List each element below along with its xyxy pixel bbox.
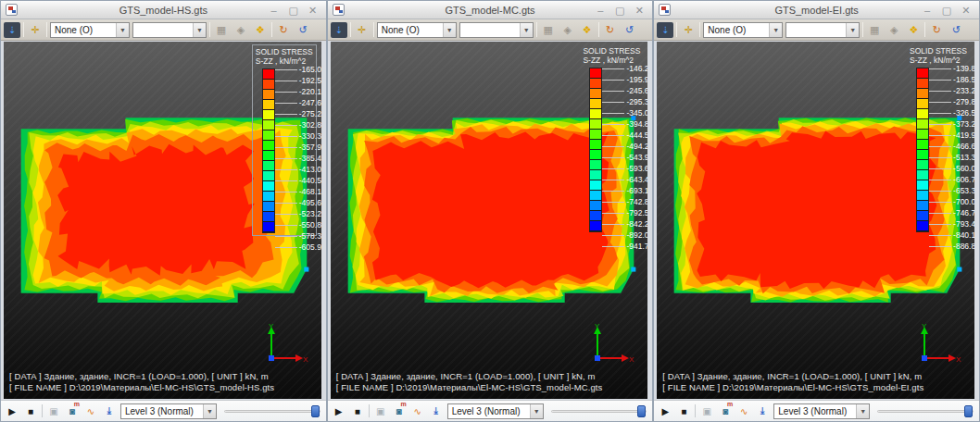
- stop-button[interactable]: ■: [23, 403, 38, 418]
- result-mode-select[interactable]: None (O) ▼: [703, 22, 783, 38]
- legend-value-label: -495.697: [299, 199, 321, 207]
- minimize-button[interactable]: –: [269, 2, 280, 19]
- legend-color-cell: [917, 191, 928, 201]
- cutting-plane-icon[interactable]: ▦: [540, 22, 557, 38]
- legend-tick: [929, 91, 951, 92]
- close-button[interactable]: ✕: [961, 2, 972, 19]
- legend-color-cell: [263, 181, 274, 192]
- animate-play-icon[interactable]: ↺: [295, 22, 311, 38]
- legend-color-cell: [590, 119, 601, 130]
- frame-slider[interactable]: [877, 404, 974, 418]
- cutting-plane-icon[interactable]: ▦: [866, 22, 883, 38]
- animate-play-icon[interactable]: ↺: [622, 22, 638, 38]
- contour-viewport[interactable]: SOLID STRESS S-ZZ , kN/m^2 -165.024-192.…: [4, 42, 321, 399]
- export-result-icon[interactable]: ⤓: [755, 403, 770, 418]
- legend-value-label: -842.288: [626, 220, 647, 229]
- legend-value-label: -543.969: [626, 154, 647, 162]
- slider-thumb[interactable]: [311, 405, 320, 417]
- node-probe-icon[interactable]: ✛: [680, 22, 697, 38]
- result-mode-select[interactable]: None (O) ▼: [50, 22, 130, 38]
- legend-color-cell: [263, 120, 274, 130]
- minimize-button[interactable]: –: [922, 2, 933, 19]
- iso-surface-icon[interactable]: ◈: [886, 22, 902, 38]
- export-result-icon[interactable]: ⤓: [102, 403, 117, 418]
- save-animation-icon[interactable]: ▣: [699, 403, 714, 418]
- legend-tick: [602, 168, 624, 169]
- result-step-select[interactable]: ▼: [459, 22, 534, 38]
- wave-step-icon[interactable]: ∿: [83, 403, 98, 418]
- restore-button[interactable]: ▢: [614, 2, 625, 19]
- legend-value-label: -742.849: [626, 198, 647, 206]
- legend-color-cell: [263, 69, 274, 80]
- result-step-select[interactable]: ▼: [132, 22, 207, 38]
- stop-button[interactable]: ■: [350, 403, 365, 418]
- slider-track[interactable]: [224, 410, 320, 413]
- record-video-icon[interactable]: ◙: [65, 403, 80, 418]
- stop-button[interactable]: ■: [676, 403, 691, 418]
- export-result-icon[interactable]: ⤓: [429, 403, 444, 418]
- title-bar[interactable]: GTS_model-EI.gts – ▢ ✕: [654, 1, 979, 19]
- probe-result-icon[interactable]: ⇣: [331, 22, 347, 38]
- legend-value-label: -373.264: [953, 120, 974, 129]
- restore-button[interactable]: ▢: [941, 2, 952, 19]
- slider-thumb[interactable]: [964, 405, 973, 417]
- minimize-button[interactable]: –: [595, 2, 606, 19]
- restore-button[interactable]: ▢: [288, 2, 299, 19]
- legend-color-cell: [590, 99, 601, 109]
- animate-record-icon[interactable]: ↻: [275, 22, 292, 38]
- legend-tick: [929, 102, 951, 103]
- cutting-plane-icon[interactable]: ▦: [213, 22, 230, 38]
- record-video-icon[interactable]: ◙: [392, 403, 407, 418]
- result-step-select[interactable]: ▼: [785, 22, 860, 38]
- save-animation-icon[interactable]: ▣: [373, 403, 388, 418]
- result-tag-icon[interactable]: ❖: [905, 22, 922, 38]
- animate-record-icon[interactable]: ↻: [928, 22, 945, 38]
- animate-play-icon[interactable]: ↺: [948, 22, 964, 38]
- close-button[interactable]: ✕: [308, 2, 319, 19]
- legend-color-cell: [590, 140, 601, 150]
- iso-surface-icon[interactable]: ◈: [232, 22, 249, 38]
- node-probe-icon[interactable]: ✛: [27, 22, 44, 38]
- legend-color-cell: [590, 201, 601, 211]
- legend-color-cell: [263, 100, 274, 110]
- play-button[interactable]: ▶: [332, 403, 346, 418]
- play-button[interactable]: ▶: [658, 403, 672, 418]
- probe-result-icon[interactable]: ⇣: [4, 22, 20, 38]
- title-bar[interactable]: GTS_model-HS.gts – ▢ ✕: [1, 1, 326, 19]
- detail-level-select[interactable]: Level 3 (Normal) ▼: [447, 403, 544, 419]
- title-bar[interactable]: GTS_model-MC.gts – ▢ ✕: [328, 1, 653, 19]
- record-video-icon[interactable]: ◙: [718, 403, 733, 418]
- slider-thumb[interactable]: [637, 405, 646, 417]
- close-button[interactable]: ✕: [634, 2, 645, 19]
- iso-surface-icon[interactable]: ◈: [559, 22, 576, 38]
- wave-step-icon[interactable]: ∿: [410, 403, 425, 418]
- save-animation-icon[interactable]: ▣: [46, 403, 61, 418]
- legend-tick: [929, 135, 951, 136]
- result-tag-icon[interactable]: ❖: [579, 22, 596, 38]
- legend-value-label: -326.576: [953, 109, 974, 118]
- contour-viewport[interactable]: SOLID STRESS S-ZZ , kN/m^2 -146.211-195.…: [331, 42, 648, 399]
- legend-value-label: -345.090: [626, 109, 647, 118]
- node-probe-icon[interactable]: ✛: [354, 22, 371, 38]
- result-tag-icon[interactable]: ❖: [252, 22, 269, 38]
- legend-value-label: -330.361: [299, 132, 321, 141]
- result-mode-select[interactable]: None (O) ▼: [377, 22, 457, 38]
- y-axis-label: Y: [595, 322, 600, 330]
- legend-tick: [602, 224, 624, 225]
- detail-level-select[interactable]: Level 3 (Normal) ▼: [120, 403, 217, 419]
- animate-record-icon[interactable]: ↻: [602, 22, 619, 38]
- legend-tick: [275, 147, 297, 148]
- slider-track[interactable]: [877, 410, 974, 413]
- frame-slider[interactable]: [551, 404, 647, 418]
- chevron-down-icon: ▼: [203, 404, 216, 418]
- legend-value-label: -693.129: [626, 187, 647, 195]
- wave-step-icon[interactable]: ∿: [736, 403, 751, 418]
- contour-viewport[interactable]: SOLID STRESS S-ZZ , kN/m^2 -139.827-186.…: [657, 42, 974, 399]
- animation-toolbar: ▶ ■ ▣ ◙ ∿ ⤓ Level 3 (Normal) ▼: [1, 400, 326, 421]
- probe-result-icon[interactable]: ⇣: [657, 22, 673, 38]
- slider-track[interactable]: [551, 410, 647, 413]
- detail-level-select[interactable]: Level 3 (Normal) ▼: [773, 403, 870, 419]
- legend-tick: [275, 203, 297, 204]
- play-button[interactable]: ▶: [5, 403, 19, 418]
- frame-slider[interactable]: [224, 404, 320, 418]
